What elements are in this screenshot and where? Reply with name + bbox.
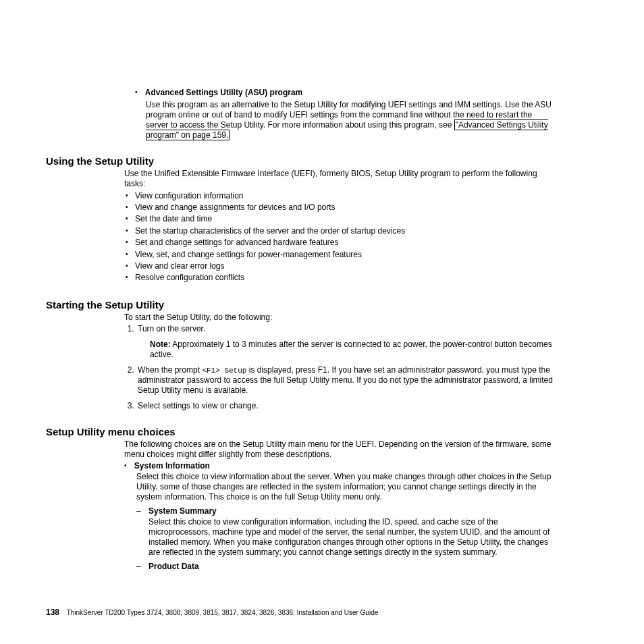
item-description: Select this choice to view information a… (136, 472, 553, 502)
list-item: System Information (124, 461, 553, 471)
task-list: View configuration information View and … (124, 190, 553, 284)
sub-item-description: Select this choice to view configuration… (149, 517, 553, 558)
document-page: Advanced Settings Utility (ASU) program … (0, 0, 644, 644)
list-item: View and clear error logs (135, 261, 553, 272)
step-item: When the prompt <F1> Setup is displayed,… (136, 365, 553, 396)
sub-item-title: System Summary (149, 506, 217, 516)
list-item: View, set, and change settings for power… (135, 249, 553, 261)
page-number: 138 (46, 608, 59, 617)
list-item: Set the date and time (135, 213, 553, 225)
heading-menu-choices: Setup Utility menu choices (46, 426, 553, 437)
sub-list-item: System Summary (136, 506, 553, 516)
list-item: View configuration information (135, 190, 553, 202)
page-footer: 138 ThinkServer TD200 Types 3724, 3808, … (46, 608, 378, 617)
heading-using-setup-utility: Using the Setup Utility (46, 155, 553, 167)
prompt-text: <F1> Setup (202, 367, 246, 375)
step-text: When the prompt (138, 365, 202, 375)
list-item: Resolve configuration conflicts (135, 272, 553, 284)
note-text: Approximately 1 to 3 minutes after the s… (150, 340, 552, 359)
note-label: Note: (150, 340, 171, 349)
list-item: Set the startup characteristics of the s… (135, 225, 553, 237)
section-intro: To start the Setup Utility, do the follo… (124, 313, 553, 323)
steps-list: Turn on the server. Note: Approximately … (124, 324, 553, 412)
step-item: Turn on the server. Note: Approximately … (136, 324, 553, 360)
item-title: System Information (134, 461, 210, 471)
heading-starting-setup-utility: Starting the Setup Utility (46, 299, 553, 311)
list-item: Advanced Settings Utility (ASU) program … (135, 88, 553, 140)
sub-item-title: Product Data (149, 562, 199, 571)
sub-list-item: Product Data (136, 562, 553, 571)
asu-title: Advanced Settings Utility (ASU) program (145, 88, 302, 97)
top-continuation-block: Advanced Settings Utility (ASU) program … (135, 88, 553, 140)
note-block: Note: Approximately 1 to 3 minutes after… (150, 340, 553, 360)
section-intro: The following choices are on the Setup U… (124, 439, 553, 460)
footer-text: ThinkServer TD200 Types 3724, 3808, 3809… (67, 609, 379, 616)
section-intro: Use the Unified Extensible Firmware Inte… (124, 169, 553, 189)
step-text: Turn on the server. (138, 324, 205, 333)
asu-description: Use this program as an alternative to th… (146, 100, 553, 140)
list-item: View and change assignments for devices … (135, 202, 553, 213)
menu-choices-list: System Information Select this choice to… (124, 461, 553, 571)
step-item: Select settings to view or change. (136, 401, 553, 411)
list-item: Set and change settings for advanced har… (135, 237, 553, 248)
